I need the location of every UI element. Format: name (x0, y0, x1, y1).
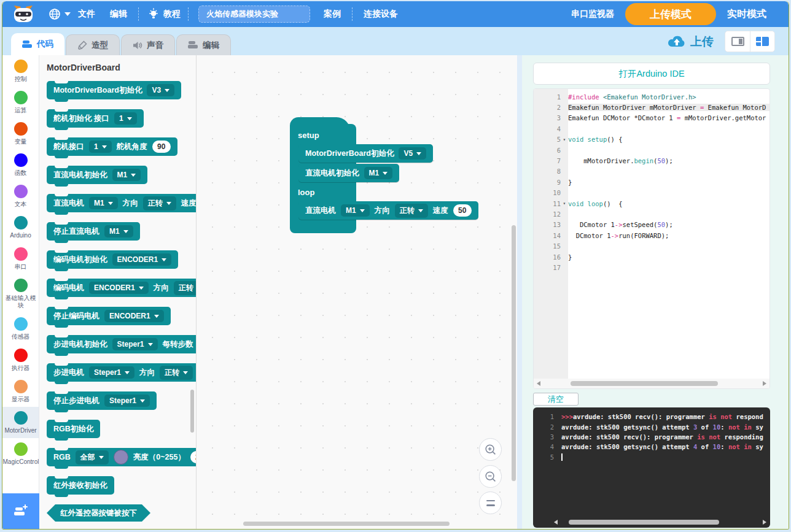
block-value-input[interactable]: 90 (152, 141, 171, 153)
tab-edit[interactable]: 编辑 (176, 34, 231, 55)
menu-tutorial[interactable]: 教程 (147, 7, 184, 21)
layout-grid-button[interactable] (750, 31, 774, 52)
project-name-input[interactable]: 火焰传感器模块实验 (198, 6, 310, 23)
block-dropdown[interactable]: V3 (147, 84, 174, 96)
block-dropdown[interactable]: M1 (364, 167, 393, 179)
clear-console-button[interactable]: 清空 (533, 393, 579, 406)
zoom-out-button[interactable] (479, 465, 502, 488)
block-color-swatch[interactable] (114, 450, 128, 465)
palette-block[interactable]: 舵机接口1舵机角度90 (47, 137, 177, 156)
tab-sound[interactable]: 声音 (121, 34, 175, 55)
sidebar-item-MotorDriver[interactable]: MotorDriver (2, 407, 39, 438)
canvas-horizontal-scrollbar[interactable] (243, 522, 450, 526)
output-console[interactable]: 1>>>avrdude: stk500_recv(): programmer i… (533, 407, 770, 528)
block-dropdown[interactable]: M1 (104, 225, 133, 237)
block-dropdown[interactable]: ENCODER1 (104, 310, 164, 322)
palette-block[interactable]: 直流电机M1方向正转速度0 (47, 194, 197, 212)
block-dropdown[interactable]: 正转 (160, 366, 193, 380)
block-dropdown[interactable]: Steper1 (89, 366, 134, 379)
block-value-input[interactable]: 50 (453, 204, 472, 217)
code-token: void setup (568, 136, 607, 143)
sidebar-item-控制[interactable]: 控制 (2, 55, 39, 87)
open-arduino-ide-button[interactable]: 打开Arduino IDE (533, 63, 770, 85)
upload-mode-button[interactable]: 上传模式 (625, 3, 716, 25)
palette-block[interactable]: MotorDriverBoard初始化V3 (47, 81, 181, 99)
palette-block[interactable]: RGB初始化 (47, 420, 100, 438)
sidebar-item-文本[interactable]: 文本 (2, 180, 39, 212)
scrollbar-thumb[interactable] (569, 520, 719, 525)
palette-block[interactable]: 红外接收初始化 (47, 476, 114, 495)
menu-edit[interactable]: 编辑 (110, 9, 127, 20)
line-number: 11 (534, 200, 561, 207)
block-dropdown[interactable]: V5 (399, 147, 426, 160)
fold-marker-icon[interactable]: ▾ (561, 137, 568, 142)
sidebar-item-串口[interactable]: 串口 (2, 243, 39, 274)
sidebar-item-显示器[interactable]: 显示器 (2, 376, 39, 407)
scroll-right-arrow-icon[interactable] (763, 381, 766, 386)
sidebar-item-函数[interactable]: 函数 (2, 149, 39, 180)
palette-block[interactable]: 编码电机初始化ENCODER1 (47, 250, 178, 269)
add-extension-button[interactable] (2, 493, 39, 529)
menu-examples[interactable]: 案例 (324, 9, 341, 20)
line-number: 13 (534, 221, 561, 228)
block-value-input[interactable]: 255 (190, 451, 197, 463)
serial-monitor-button[interactable]: 串口监视器 (571, 9, 614, 20)
palette-block[interactable]: RGB全部亮度（0~255）255 (47, 448, 197, 466)
sidebar-item-MagicControl[interactable]: MagicControl (2, 438, 39, 469)
menu-file[interactable]: 文件 (78, 9, 95, 20)
line-number: 12 (534, 210, 561, 218)
palette-block[interactable]: 步进电机初始化Steper1每转步数100 (47, 335, 197, 353)
upload-button[interactable]: 上传 (667, 34, 714, 50)
block-dropdown[interactable]: Steper1 (112, 338, 158, 350)
language-selector[interactable] (48, 7, 71, 21)
sidebar-item-传感器[interactable]: 传感器 (2, 313, 39, 344)
canvas-block[interactable]: 直流电机初始化M1 (298, 164, 399, 182)
block-dropdown[interactable]: 1 (114, 112, 137, 125)
editor-horizontal-scrollbar[interactable] (534, 379, 770, 388)
palette-block[interactable]: 直流电机初始化M1 (47, 166, 147, 184)
scrollbar-thumb[interactable] (571, 381, 718, 386)
block-dropdown[interactable]: 正转 (174, 281, 197, 295)
scroll-left-arrow-icon[interactable] (554, 520, 558, 525)
block-dropdown[interactable]: 正转 (143, 196, 176, 210)
block-dropdown[interactable]: Steper1 (104, 395, 150, 407)
block-dropdown[interactable]: M1 (341, 204, 370, 217)
scroll-left-arrow-icon[interactable] (537, 381, 540, 386)
tab-code[interactable]: 代码 (11, 33, 64, 55)
block-dropdown[interactable]: ENCODER1 (89, 282, 149, 294)
block-dropdown[interactable]: M1 (89, 197, 118, 209)
tab-costume[interactable]: 造型 (66, 34, 120, 55)
zoom-in-button[interactable] (479, 438, 502, 461)
workspace-canvas[interactable]: setup MotorDriverBoard初始化V5直流电机初始化M1 直流电… (197, 55, 517, 529)
console-horizontal-scrollbar[interactable] (554, 519, 766, 526)
canvas-vertical-scrollbar[interactable] (512, 225, 516, 481)
palette-block[interactable]: 步进电机Steper1方向正转步数 (47, 363, 197, 382)
sidebar-item-运算[interactable]: 运算 (2, 87, 39, 118)
realtime-mode-button[interactable]: 实时模式 (727, 8, 766, 21)
palette-block[interactable]: 停止编码电机ENCODER1 (47, 307, 171, 325)
block-dropdown[interactable]: 全部 (76, 450, 109, 465)
block-dropdown[interactable]: 1 (89, 141, 112, 153)
canvas-block[interactable]: MotorDriverBoard初始化V5 (298, 144, 433, 163)
zoom-reset-button[interactable] (479, 492, 502, 514)
chevron-down-icon (162, 258, 166, 261)
palette-block[interactable]: 舵机初始化 接口1 (47, 109, 144, 128)
block-dropdown[interactable]: 正转 (395, 204, 428, 218)
sidebar-item-执行器[interactable]: 执行器 (2, 344, 39, 376)
scroll-right-arrow-icon[interactable] (763, 520, 766, 525)
code-editor[interactable]: 1#include <Emakefun_MotorDriver.h>2Emake… (533, 88, 770, 389)
block-dropdown[interactable]: M1 (112, 169, 141, 181)
palette-block[interactable]: 停止步进电机Steper1 (47, 391, 157, 410)
sidebar-item-变量[interactable]: 变量 (2, 118, 39, 149)
sidebar-item-Arduino[interactable]: Arduino (2, 212, 39, 243)
fold-marker-icon[interactable]: ▾ (561, 201, 568, 206)
block-dropdown[interactable]: ENCODER1 (112, 253, 172, 266)
palette-block[interactable]: 红外遥控器按键被按下 (47, 504, 150, 522)
layout-right-panel-button[interactable] (725, 31, 750, 52)
palette-block[interactable]: 编码电机ENCODER1方向正转 (47, 279, 197, 297)
palette-scrollbar[interactable] (190, 390, 194, 433)
canvas-block[interactable]: 直流电机M1方向正转速度50 (298, 201, 478, 220)
menu-connect-device[interactable]: 连接设备 (364, 9, 398, 20)
sidebar-item-基础输入模块[interactable]: 基础输入模块 (2, 274, 39, 313)
palette-block[interactable]: 停止直流电机M1 (47, 222, 140, 241)
